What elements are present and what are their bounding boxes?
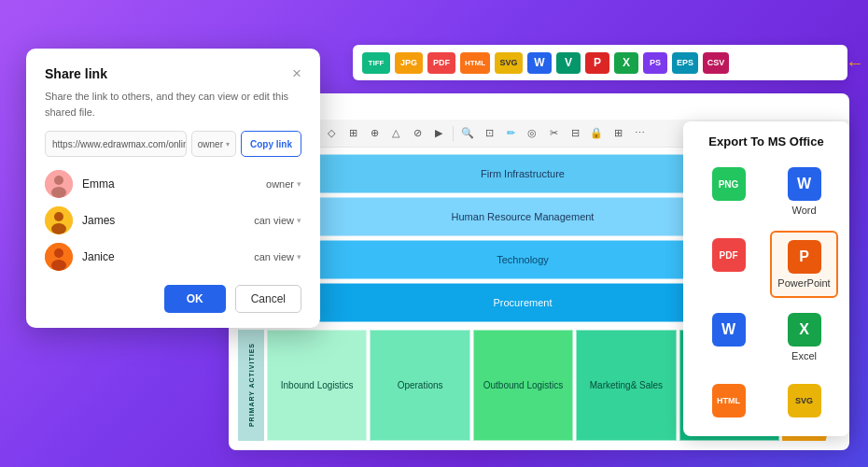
marketing-sales-label: Marketing& Sales	[590, 380, 663, 390]
svg-point-8	[51, 260, 66, 271]
fmt-svg[interactable]: SVG	[495, 52, 523, 74]
toolbar-sep1	[453, 126, 454, 141]
toolbar-triangle-icon[interactable]: △	[386, 124, 405, 143]
procurement-label: Procurement	[494, 297, 553, 308]
fmt-html[interactable]: HTML	[460, 52, 490, 74]
toolbar-connect-icon[interactable]: ◎	[523, 124, 541, 143]
operations-cell: Operations	[370, 330, 469, 441]
export-pdf[interactable]: PDF	[694, 231, 763, 298]
link-input[interactable]: https://www.edrawmax.com/online/fil	[45, 131, 187, 157]
fmt-visio[interactable]: V	[556, 52, 581, 74]
toolbar-fill-icon[interactable]: ⊘	[408, 124, 427, 143]
export-word2[interactable]: W	[694, 305, 763, 369]
toolbar-grid-icon[interactable]: ⊞	[609, 124, 627, 143]
svg-point-2	[51, 187, 66, 198]
toolbar-table-icon[interactable]: ⊞	[343, 124, 362, 143]
excel-icon: X	[788, 313, 821, 347]
toolbar-crop-icon[interactable]: ⊡	[480, 124, 498, 143]
word-label: Word	[791, 205, 816, 216]
fmt-ps[interactable]: PS	[643, 52, 667, 74]
firm-infrastructure-label: Firm Infrastructure	[481, 168, 565, 179]
word2-icon: W	[712, 313, 746, 347]
export-png[interactable]: PNG	[694, 160, 763, 223]
inbound-logistics-label: Inbound Logistics	[281, 380, 354, 390]
svg-point-4	[54, 212, 63, 221]
format-toolbar: TIFF JPG PDF HTML SVG W V P X PS EPS CSV…	[353, 45, 847, 80]
link-role-dropdown[interactable]: owner ▾	[191, 131, 236, 157]
user-row-emma: Emma owner ▾	[45, 170, 301, 198]
toolbar-cut-icon[interactable]: ✂	[544, 124, 563, 143]
toolbar-lock-icon[interactable]: 🔒	[587, 124, 606, 143]
inbound-logistics-cell: Inbound Logistics	[267, 330, 367, 441]
dialog-close-button[interactable]: ×	[292, 65, 301, 81]
fmt-eps[interactable]: EPS	[672, 52, 698, 74]
chevron-icon: ▾	[297, 179, 301, 189]
html-icon: HTML	[712, 384, 746, 417]
user-row-janice: Janice can view ▾	[45, 243, 301, 271]
word-icon: W	[788, 167, 821, 201]
chevron-down-icon: ▾	[226, 140, 230, 149]
export-html[interactable]: HTML	[694, 376, 763, 425]
user-role-janice[interactable]: can view ▾	[254, 251, 301, 262]
fmt-ppt[interactable]: P	[585, 52, 609, 74]
export-items-grid: PNG W Word PDF P PowerPoint W X Excel HT…	[694, 160, 838, 425]
ppt-icon: P	[788, 240, 821, 274]
chevron-icon2: ▾	[297, 216, 301, 225]
export-panel-title: Export To MS Office	[694, 134, 838, 149]
dialog-title: Share link	[45, 66, 107, 81]
outbound-logistics-cell: Outbound Logistics	[473, 330, 573, 441]
dialog-description: Share the link to others, and they can v…	[45, 89, 301, 120]
toolbar-zoom-icon[interactable]: 🔍	[458, 124, 477, 143]
copy-link-button[interactable]: Copy link	[241, 131, 301, 157]
user-row-james: James can view ▾	[45, 206, 301, 234]
marketing-sales-cell: Marketing& Sales	[576, 330, 676, 441]
fmt-xls[interactable]: X	[614, 52, 638, 74]
fmt-csv[interactable]: CSV	[703, 52, 729, 74]
svg-point-1	[54, 176, 63, 185]
export-word[interactable]: W Word	[770, 160, 838, 223]
toolbar-minus-icon[interactable]: ⊟	[566, 124, 584, 143]
chevron-icon3: ▾	[297, 252, 301, 262]
svg-point-5	[51, 223, 66, 234]
cancel-button[interactable]: Cancel	[235, 285, 301, 313]
user-role-emma[interactable]: owner ▾	[266, 178, 301, 190]
technology-label: Technology	[497, 254, 549, 265]
pdf-icon: PDF	[712, 238, 746, 272]
avatar-janice	[45, 243, 73, 271]
avatar-emma	[45, 170, 73, 198]
primary-label-container: PRIMARY ACTIVITIES	[238, 330, 264, 441]
outbound-logistics-label: Outbound Logistics	[483, 380, 564, 390]
toolbar-line-icon[interactable]: ▶	[429, 124, 448, 143]
fmt-tiff[interactable]: TIFF	[362, 52, 390, 74]
toolbar-more-icon[interactable]: ⋯	[630, 124, 649, 143]
fmt-pdf[interactable]: PDF	[427, 52, 455, 74]
fmt-jpg[interactable]: JPG	[395, 52, 423, 74]
export-excel[interactable]: X Excel	[770, 305, 838, 369]
ppt-label: PowerPoint	[777, 277, 830, 289]
svg-icon: SVG	[788, 384, 821, 417]
user-name-james: James	[82, 214, 245, 227]
avatar-james	[45, 206, 73, 234]
dialog-actions: OK Cancel	[45, 285, 301, 313]
toolbar-pen-icon[interactable]: ✏	[501, 124, 520, 143]
user-name-janice: Janice	[82, 250, 245, 263]
excel-label: Excel	[791, 350, 817, 361]
export-powerpoint[interactable]: P PowerPoint	[770, 231, 838, 298]
dialog-header: Share link ×	[45, 65, 301, 81]
svg-point-7	[54, 248, 63, 258]
export-panel: Export To MS Office PNG W Word PDF P Pow…	[683, 121, 849, 436]
format-toolbar-arrow: ←	[846, 52, 864, 74]
user-role-james[interactable]: can view ▾	[254, 215, 301, 226]
toolbar-shape-icon[interactable]: ◇	[322, 124, 341, 143]
operations-label: Operations	[398, 380, 443, 390]
link-row: https://www.edrawmax.com/online/fil owne…	[45, 131, 301, 157]
user-name-emma: Emma	[82, 177, 257, 191]
ok-button[interactable]: OK	[164, 285, 226, 313]
png-icon: PNG	[712, 167, 746, 201]
share-dialog: Share link × Share the link to others, a…	[26, 49, 320, 328]
export-svg[interactable]: SVG	[770, 376, 838, 425]
hr-management-label: Human Resource Management	[452, 211, 595, 222]
user-list: Emma owner ▾ James can view ▾	[45, 170, 301, 271]
fmt-word[interactable]: W	[527, 52, 552, 74]
toolbar-plus-icon[interactable]: ⊕	[365, 124, 384, 143]
